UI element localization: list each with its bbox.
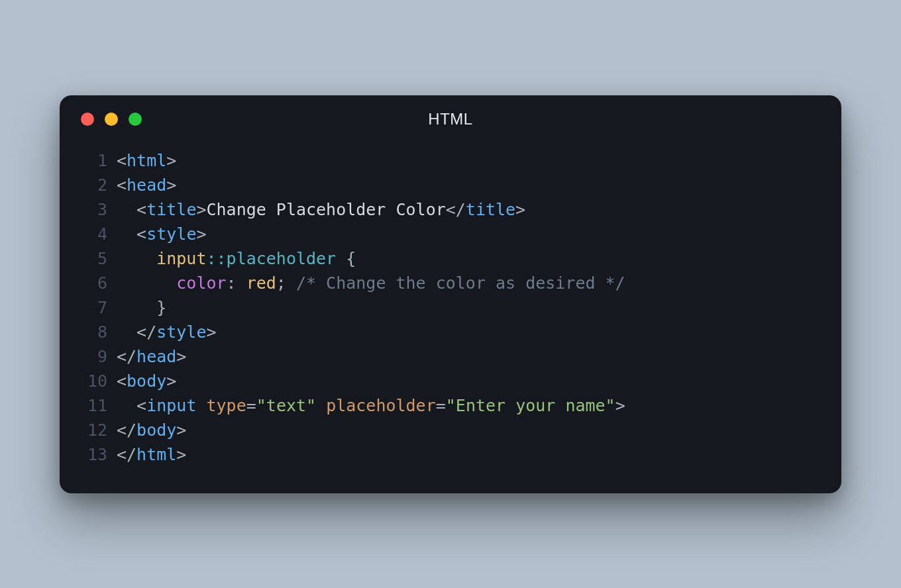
traffic-lights: [81, 113, 142, 126]
minimize-icon[interactable]: [105, 113, 118, 126]
code-line: 6 color: red; /* Change the color as des…: [78, 271, 823, 295]
zoom-icon[interactable]: [129, 113, 142, 126]
code-line: 1 <html>: [78, 148, 823, 173]
line-number: 4: [78, 222, 117, 246]
code-line: 10 <body>: [78, 369, 823, 393]
code-content: </body>: [117, 418, 823, 442]
line-number: 10: [78, 369, 117, 393]
line-number: 8: [78, 320, 117, 344]
code-line: 3 <title>Change Placeholder Color</title…: [78, 197, 823, 222]
line-number: 12: [78, 418, 117, 442]
line-number: 3: [78, 197, 117, 222]
code-line: 2 <head>: [78, 173, 823, 197]
code-content: <body>: [117, 369, 823, 393]
code-content: <input type="text" placeholder="Enter yo…: [117, 393, 823, 418]
code-line: 4 <style>: [78, 222, 823, 246]
line-number: 11: [78, 393, 117, 418]
code-editor[interactable]: 1 <html> 2 <head> 3 <title>Change Placeh…: [60, 143, 841, 467]
line-number: 5: [78, 246, 117, 271]
window-titlebar: HTML: [60, 95, 841, 143]
code-content: </head>: [117, 344, 823, 369]
code-content: color: red; /* Change the color as desir…: [117, 271, 823, 295]
code-content: input::placeholder {: [117, 246, 823, 271]
line-number: 2: [78, 173, 117, 197]
code-content: </style>: [117, 320, 823, 344]
stage: HTML 1 <html> 2 <head> 3 <title>Change P…: [0, 0, 901, 588]
line-number: 13: [78, 442, 117, 467]
code-content: </html>: [117, 442, 823, 467]
line-number: 1: [78, 148, 117, 173]
code-content: <style>: [117, 222, 823, 246]
code-line: 8 </style>: [78, 320, 823, 344]
code-content: <html>: [117, 148, 823, 173]
code-line: 5 input::placeholder {: [78, 246, 823, 271]
close-icon[interactable]: [81, 113, 94, 126]
code-line: 7 }: [78, 295, 823, 320]
code-window: HTML 1 <html> 2 <head> 3 <title>Change P…: [60, 95, 841, 493]
line-number: 7: [78, 295, 117, 320]
window-title: HTML: [60, 110, 841, 128]
line-number: 6: [78, 271, 117, 295]
code-line: 11 <input type="text" placeholder="Enter…: [78, 393, 823, 418]
code-content: <head>: [117, 173, 823, 197]
code-line: 13 </html>: [78, 442, 823, 467]
line-number: 9: [78, 344, 117, 369]
code-line: 9 </head>: [78, 344, 823, 369]
code-content: }: [117, 295, 823, 320]
code-content: <title>Change Placeholder Color</title>: [117, 197, 823, 222]
code-line: 12 </body>: [78, 418, 823, 442]
